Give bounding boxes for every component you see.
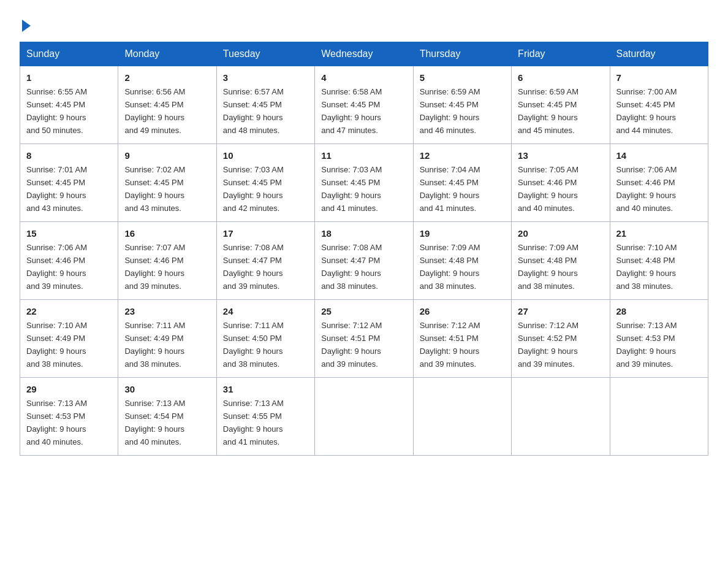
- day-info: Sunrise: 7:13 AMSunset: 4:55 PMDaylight:…: [223, 399, 284, 446]
- calendar-cell: 13Sunrise: 7:05 AMSunset: 4:46 PMDayligh…: [512, 144, 610, 221]
- day-info: Sunrise: 6:59 AMSunset: 4:45 PMDaylight:…: [420, 87, 480, 135]
- calendar-cell: [512, 377, 610, 455]
- day-info: Sunrise: 7:06 AMSunset: 4:46 PMDaylight:…: [616, 165, 677, 213]
- day-info: Sunrise: 6:57 AMSunset: 4:45 PMDaylight:…: [223, 87, 284, 135]
- day-number: 25: [321, 304, 406, 318]
- day-number: 5: [420, 71, 505, 85]
- day-number: 22: [26, 304, 112, 318]
- calendar-cell: 23Sunrise: 7:11 AMSunset: 4:49 PMDayligh…: [118, 299, 216, 377]
- page-header: [20, 15, 708, 31]
- calendar-cell: 19Sunrise: 7:09 AMSunset: 4:48 PMDayligh…: [413, 221, 511, 299]
- day-number: 14: [616, 148, 702, 163]
- calendar-cell: 21Sunrise: 7:10 AMSunset: 4:48 PMDayligh…: [610, 221, 708, 299]
- day-number: 7: [616, 71, 702, 85]
- header-saturday: Saturday: [610, 42, 708, 66]
- day-number: 6: [518, 71, 603, 85]
- week-row-3: 15Sunrise: 7:06 AMSunset: 4:46 PMDayligh…: [20, 221, 708, 299]
- day-info: Sunrise: 7:09 AMSunset: 4:48 PMDaylight:…: [518, 243, 578, 291]
- day-info: Sunrise: 7:07 AMSunset: 4:46 PMDaylight:…: [124, 243, 185, 291]
- day-info: Sunrise: 7:02 AMSunset: 4:45 PMDaylight:…: [124, 165, 185, 213]
- calendar-cell: 10Sunrise: 7:03 AMSunset: 4:45 PMDayligh…: [216, 144, 314, 221]
- day-number: 27: [518, 304, 603, 318]
- calendar-cell: 17Sunrise: 7:08 AMSunset: 4:47 PMDayligh…: [216, 221, 314, 299]
- calendar-cell: 9Sunrise: 7:02 AMSunset: 4:45 PMDaylight…: [118, 144, 216, 221]
- day-info: Sunrise: 7:13 AMSunset: 4:53 PMDaylight:…: [616, 321, 677, 369]
- day-info: Sunrise: 7:03 AMSunset: 4:45 PMDaylight:…: [321, 165, 382, 213]
- calendar-cell: 28Sunrise: 7:13 AMSunset: 4:53 PMDayligh…: [610, 299, 708, 377]
- calendar-cell: 25Sunrise: 7:12 AMSunset: 4:51 PMDayligh…: [315, 299, 413, 377]
- day-number: 9: [124, 148, 210, 163]
- calendar-cell: 2Sunrise: 6:56 AMSunset: 4:45 PMDaylight…: [118, 66, 216, 144]
- day-info: Sunrise: 6:58 AMSunset: 4:45 PMDaylight:…: [321, 87, 382, 135]
- day-info: Sunrise: 7:13 AMSunset: 4:53 PMDaylight:…: [26, 399, 87, 446]
- logo-arrow-icon: [22, 20, 31, 32]
- day-number: 31: [223, 382, 308, 396]
- calendar-cell: 26Sunrise: 7:12 AMSunset: 4:51 PMDayligh…: [413, 299, 511, 377]
- header-sunday: Sunday: [20, 42, 118, 66]
- calendar-cell: 29Sunrise: 7:13 AMSunset: 4:53 PMDayligh…: [20, 377, 118, 455]
- calendar-cell: 27Sunrise: 7:12 AMSunset: 4:52 PMDayligh…: [512, 299, 610, 377]
- day-number: 29: [26, 382, 112, 396]
- day-info: Sunrise: 7:09 AMSunset: 4:48 PMDaylight:…: [420, 243, 480, 291]
- header-tuesday: Tuesday: [216, 42, 314, 66]
- day-info: Sunrise: 7:10 AMSunset: 4:49 PMDaylight:…: [26, 321, 87, 369]
- calendar-cell: 3Sunrise: 6:57 AMSunset: 4:45 PMDaylight…: [216, 66, 314, 144]
- calendar-cell: 14Sunrise: 7:06 AMSunset: 4:46 PMDayligh…: [610, 144, 708, 221]
- calendar-cell: 15Sunrise: 7:06 AMSunset: 4:46 PMDayligh…: [20, 221, 118, 299]
- day-info: Sunrise: 7:01 AMSunset: 4:45 PMDaylight:…: [26, 165, 87, 213]
- calendar-cell: [315, 377, 413, 455]
- day-number: 21: [616, 226, 702, 240]
- day-number: 1: [26, 71, 112, 85]
- day-number: 30: [124, 382, 210, 396]
- week-row-2: 8Sunrise: 7:01 AMSunset: 4:45 PMDaylight…: [20, 144, 708, 221]
- day-number: 16: [124, 226, 210, 240]
- calendar-cell: 18Sunrise: 7:08 AMSunset: 4:47 PMDayligh…: [315, 221, 413, 299]
- calendar-table: SundayMondayTuesdayWednesdayThursdayFrid…: [20, 42, 708, 456]
- calendar-cell: 6Sunrise: 6:59 AMSunset: 4:45 PMDaylight…: [512, 66, 610, 144]
- day-number: 8: [26, 148, 112, 163]
- day-number: 26: [420, 304, 505, 318]
- day-number: 24: [223, 304, 308, 318]
- header-monday: Monday: [118, 42, 216, 66]
- day-number: 13: [518, 148, 603, 163]
- day-number: 23: [124, 304, 210, 318]
- day-number: 19: [420, 226, 505, 240]
- weekday-header-row: SundayMondayTuesdayWednesdayThursdayFrid…: [20, 42, 708, 66]
- calendar-cell: 20Sunrise: 7:09 AMSunset: 4:48 PMDayligh…: [512, 221, 610, 299]
- day-number: 12: [420, 148, 505, 163]
- calendar-cell: 1Sunrise: 6:55 AMSunset: 4:45 PMDaylight…: [20, 66, 118, 144]
- day-number: 18: [321, 226, 406, 240]
- day-info: Sunrise: 7:12 AMSunset: 4:51 PMDaylight:…: [321, 321, 382, 369]
- day-info: Sunrise: 7:12 AMSunset: 4:51 PMDaylight:…: [420, 321, 480, 369]
- header-thursday: Thursday: [413, 42, 511, 66]
- calendar-cell: 4Sunrise: 6:58 AMSunset: 4:45 PMDaylight…: [315, 66, 413, 144]
- day-number: 17: [223, 226, 308, 240]
- day-info: Sunrise: 7:08 AMSunset: 4:47 PMDaylight:…: [321, 243, 382, 291]
- calendar-cell: [610, 377, 708, 455]
- header-friday: Friday: [512, 42, 610, 66]
- day-number: 3: [223, 71, 308, 85]
- calendar-cell: 11Sunrise: 7:03 AMSunset: 4:45 PMDayligh…: [315, 144, 413, 221]
- week-row-4: 22Sunrise: 7:10 AMSunset: 4:49 PMDayligh…: [20, 299, 708, 377]
- header-wednesday: Wednesday: [315, 42, 413, 66]
- calendar-cell: 16Sunrise: 7:07 AMSunset: 4:46 PMDayligh…: [118, 221, 216, 299]
- day-info: Sunrise: 6:56 AMSunset: 4:45 PMDaylight:…: [124, 87, 185, 135]
- week-row-5: 29Sunrise: 7:13 AMSunset: 4:53 PMDayligh…: [20, 377, 708, 455]
- calendar-cell: 12Sunrise: 7:04 AMSunset: 4:45 PMDayligh…: [413, 144, 511, 221]
- day-info: Sunrise: 7:13 AMSunset: 4:54 PMDaylight:…: [124, 399, 185, 446]
- logo-blue-text: [20, 18, 31, 31]
- day-info: Sunrise: 7:11 AMSunset: 4:50 PMDaylight:…: [223, 321, 284, 369]
- day-info: Sunrise: 7:06 AMSunset: 4:46 PMDaylight:…: [26, 243, 87, 291]
- day-info: Sunrise: 7:05 AMSunset: 4:46 PMDaylight:…: [518, 165, 578, 213]
- day-number: 2: [124, 71, 210, 85]
- calendar-cell: 31Sunrise: 7:13 AMSunset: 4:55 PMDayligh…: [216, 377, 314, 455]
- week-row-1: 1Sunrise: 6:55 AMSunset: 4:45 PMDaylight…: [20, 66, 708, 144]
- logo: [20, 15, 31, 31]
- day-number: 15: [26, 226, 112, 240]
- day-number: 20: [518, 226, 603, 240]
- day-info: Sunrise: 7:00 AMSunset: 4:45 PMDaylight:…: [616, 87, 677, 135]
- day-info: Sunrise: 7:11 AMSunset: 4:49 PMDaylight:…: [124, 321, 185, 369]
- day-info: Sunrise: 7:12 AMSunset: 4:52 PMDaylight:…: [518, 321, 578, 369]
- calendar-cell: 24Sunrise: 7:11 AMSunset: 4:50 PMDayligh…: [216, 299, 314, 377]
- day-info: Sunrise: 6:59 AMSunset: 4:45 PMDaylight:…: [518, 87, 578, 135]
